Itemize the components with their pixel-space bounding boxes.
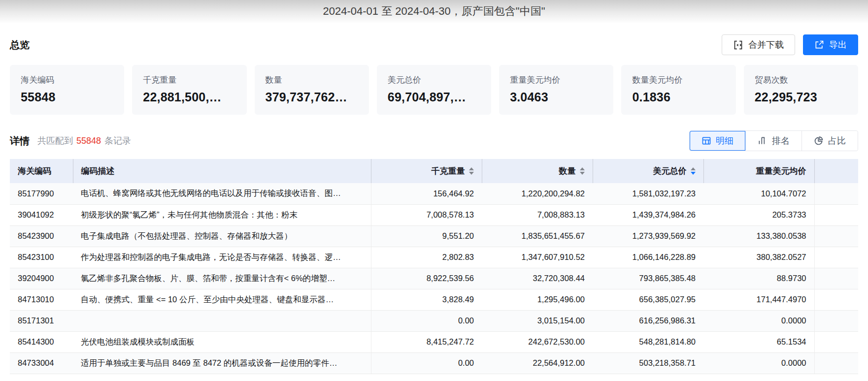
table-row: 84713010 自动、便携式、重量 <= 10 公斤、至少由中央处理器、键盘和… <box>10 289 858 310</box>
query-summary-title: 2024-04-01 至 2024-04-30，原产国包含"中国" <box>323 4 545 19</box>
table-body: 85177990 电话机、蜂窝网络或其他无线网络的电话以及用于传输或接收语音、图… <box>10 183 858 374</box>
pie-icon <box>814 136 824 146</box>
quantity-cell: 1,347,607,910.52 <box>482 247 593 268</box>
stat-card-label: 数量 <box>266 74 358 86</box>
hs-code-cell: 85414300 <box>10 331 73 352</box>
stat-card: 重量美元均价 3.0463 <box>499 65 613 115</box>
filler-cell <box>814 331 858 352</box>
kg-weight-cell: 156,464.92 <box>371 183 482 204</box>
sort-carets-icon <box>580 167 585 175</box>
stat-card: 海关编码 55848 <box>10 65 124 115</box>
export-button[interactable]: 导出 <box>803 34 858 55</box>
match-count: 55848 <box>76 136 101 146</box>
stat-card-value: 55848 <box>21 90 113 104</box>
usd-total-cell: 548,281,814.80 <box>593 331 703 352</box>
stat-card: 千克重量 22,881,500,… <box>132 65 246 115</box>
tab-proportion-label: 占比 <box>828 135 846 147</box>
hs-code-cell: 39204900 <box>10 268 73 289</box>
quantity-cell: 1,835,651,455.67 <box>482 225 593 247</box>
merge-download-label: 合并下载 <box>748 39 784 51</box>
description-cell: 作为处理器和控制器的电子集成电路，无论是否与存储器、转换器、逻… <box>73 247 371 268</box>
stat-card-value: 22,881,500,… <box>143 90 235 104</box>
avg-price-cell: 171,447.4970 <box>703 289 814 310</box>
description-cell: 电子集成电路（不包括处理器、控制器、存储器和放大器） <box>73 225 371 247</box>
quantity-cell: 242,672,530.00 <box>482 331 593 352</box>
avg-price-cell: 0.0000 <box>703 310 814 331</box>
hs-code-cell: 85171301 <box>10 310 73 331</box>
usd-total-cell: 656,385,027.95 <box>593 289 703 310</box>
detail-title: 详情 <box>10 134 30 148</box>
quantity-cell: 1,220,200,294.82 <box>482 183 593 204</box>
kg-weight-cell: 9,551.20 <box>371 225 482 247</box>
hs-code-cell: 39041092 <box>10 204 73 225</box>
stat-card-value: 22,295,723 <box>755 90 847 104</box>
table-row: 85177990 电话机、蜂窝网络或其他无线网络的电话以及用于传输或接收语音、图… <box>10 183 858 204</box>
avg-price-cell: 65.1534 <box>703 331 814 352</box>
merge-cells-icon <box>733 40 743 50</box>
table-row: 85171301 0.00 3,015,154.00 616,256,986.3… <box>10 310 858 331</box>
description-cell <box>73 310 371 331</box>
table-row: 39204900 氯乙烯非多孔聚合物板、片、膜、箔和带，按重量计含有< 6%的增… <box>10 268 858 289</box>
filler-cell <box>814 183 858 204</box>
hs-code-cell: 84713010 <box>10 289 73 310</box>
quantity-cell: 3,015,154.00 <box>482 310 593 331</box>
hs-code-cell: 85423100 <box>10 247 73 268</box>
table-row: 39041092 初级形状的聚“氯乙烯”，未与任何其他物质混合：其他：粉末 7,… <box>10 204 858 225</box>
table-icon <box>701 136 711 146</box>
tab-detail-label: 明细 <box>716 135 734 147</box>
kg-weight-cell: 8,922,539.56 <box>371 268 482 289</box>
header-kg-weight[interactable]: 千克重量 <box>371 159 482 183</box>
quantity-cell: 1,295,496.00 <box>482 289 593 310</box>
stat-card-label: 海关编码 <box>21 74 113 86</box>
stat-card: 美元总价 69,704,897,… <box>377 65 491 115</box>
kg-weight-cell: 0.00 <box>371 352 482 374</box>
stat-card-label: 贸易次数 <box>755 74 847 86</box>
tab-proportion[interactable]: 占比 <box>801 131 858 151</box>
tab-ranking[interactable]: 排名 <box>745 131 801 151</box>
avg-price-cell: 380,382.0527 <box>703 247 814 268</box>
quantity-cell: 32,720,308.44 <box>482 268 593 289</box>
tab-detail[interactable]: 明细 <box>690 131 745 151</box>
detail-table: 海关编码 编码描述 千克重量 数量 美元总价 重量美元均价 <box>10 159 858 374</box>
kg-weight-cell: 2,802.83 <box>371 247 482 268</box>
filler-cell <box>814 247 858 268</box>
quantity-cell: 7,008,883.13 <box>482 204 593 225</box>
merge-download-button[interactable]: 合并下载 <box>722 34 795 55</box>
table-row: 85414300 光伏电池组装成模块或制成面板 8,415,247.72 242… <box>10 331 858 352</box>
tab-ranking-label: 排名 <box>772 135 790 147</box>
avg-price-cell: 133,380.0538 <box>703 225 814 247</box>
table-row: 85423900 电子集成电路（不包括处理器、控制器、存储器和放大器） 9,55… <box>10 225 858 247</box>
description-cell: 氯乙烯非多孔聚合物板、片、膜、箔和带，按重量计含有< 6%的增塑… <box>73 268 371 289</box>
stat-card: 数量美元均价 0.1836 <box>621 65 735 115</box>
header-avg-usd-per-kg: 重量美元均价 <box>703 159 814 183</box>
hs-code-cell: 85177990 <box>10 183 73 204</box>
avg-price-cell: 205.3733 <box>703 204 814 225</box>
stat-card: 贸易次数 22,295,723 <box>744 65 858 115</box>
filler-cell <box>814 352 858 374</box>
stat-card-label: 千克重量 <box>143 74 235 86</box>
stat-card-value: 3.0463 <box>510 90 602 104</box>
filler-cell <box>814 289 858 310</box>
header-usd-total[interactable]: 美元总价 <box>593 159 703 183</box>
stat-card-label: 美元总价 <box>388 74 480 86</box>
filler-cell <box>814 268 858 289</box>
hs-code-cell: 85423900 <box>10 225 73 247</box>
overview-actions: 合并下载 导出 <box>722 34 858 55</box>
header-description: 编码描述 <box>73 159 371 183</box>
stat-card: 数量 379,737,762… <box>255 65 369 115</box>
avg-price-cell: 88.9730 <box>703 268 814 289</box>
kg-weight-cell: 8,415,247.72 <box>371 331 482 352</box>
header-quantity[interactable]: 数量 <box>482 159 593 183</box>
ranking-icon <box>758 136 768 146</box>
kg-weight-cell: 7,008,578.13 <box>371 204 482 225</box>
usd-total-cell: 793,865,385.48 <box>593 268 703 289</box>
stat-card-label: 重量美元均价 <box>510 74 602 86</box>
description-cell: 适用于单独或主要与品目 8469 至 8472 的机器或设备一起使用的零件… <box>73 352 371 374</box>
description-cell: 自动、便携式、重量 <= 10 公斤、至少由中央处理器、键盘和显示器… <box>73 289 371 310</box>
match-prefix: 共匹配到 <box>37 136 73 146</box>
avg-price-cell: 10,104.7072 <box>703 183 814 204</box>
stat-card-value: 379,737,762… <box>266 90 358 104</box>
sort-carets-icon <box>691 167 696 175</box>
overview-title: 总览 <box>10 38 30 52</box>
filler-cell <box>814 225 858 247</box>
